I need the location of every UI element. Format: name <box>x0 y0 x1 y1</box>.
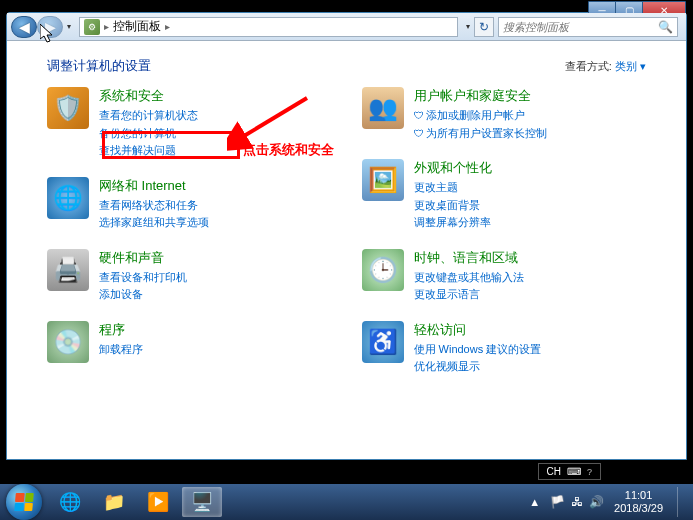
category-link[interactable]: 优化视频显示 <box>414 358 647 375</box>
clock-icon: 🕒 <box>362 249 404 291</box>
ease-icon: ♿ <box>362 321 404 363</box>
clock-time: 11:01 <box>614 489 663 502</box>
category-link[interactable]: 查看设备和打印机 <box>99 269 332 286</box>
nav-forward-button[interactable]: ▶ <box>37 16 63 38</box>
shield-icon: 🛡️ <box>47 87 89 129</box>
search-icon[interactable]: 🔍 <box>658 20 673 34</box>
windows-logo-icon <box>14 493 34 511</box>
category-title[interactable]: 时钟、语言和区域 <box>414 249 647 267</box>
search-input[interactable] <box>503 21 653 33</box>
history-dropdown[interactable]: ▾ <box>63 22 75 31</box>
category-link[interactable]: 查找并解决问题 <box>99 142 332 159</box>
category-appear: 🖼️外观和个性化更改主题更改桌面背景调整屏幕分辨率 <box>362 159 647 231</box>
language-bar[interactable]: CH ⌨ ? <box>538 463 601 480</box>
category-link[interactable]: 使用 Windows 建议的设置 <box>414 341 647 358</box>
category-title[interactable]: 轻松访问 <box>414 321 647 339</box>
breadcrumb-dropdown[interactable]: ▾ <box>462 22 474 31</box>
category-title[interactable]: 网络和 Internet <box>99 177 332 195</box>
category-link[interactable]: 备份您的计算机 <box>99 125 332 142</box>
help-icon[interactable]: ? <box>587 467 592 477</box>
breadcrumb-sep-icon: ▸ <box>104 21 109 32</box>
titlebar: ◀ ▶ ▾ ⚙ ▸ 控制面板 ▸ ▾ ↻ 🔍 <box>7 13 686 41</box>
category-link[interactable]: 卸载程序 <box>99 341 332 358</box>
searchbox[interactable]: 🔍 <box>498 17 678 37</box>
clock-date: 2018/3/29 <box>614 502 663 515</box>
taskbar-mediaplayer[interactable]: ▶️ <box>138 487 178 517</box>
view-dropdown[interactable]: 类别 ▾ <box>615 60 646 72</box>
page-title: 调整计算机的设置 <box>47 57 151 75</box>
category-link[interactable]: 更改键盘或其他输入法 <box>414 269 647 286</box>
category-link[interactable]: 更改显示语言 <box>414 286 647 303</box>
tray-expand[interactable]: ▲ <box>529 496 540 508</box>
taskbar-controlpanel[interactable]: 🖥️ <box>182 487 222 517</box>
view-label: 查看方式: <box>565 60 612 72</box>
appear-icon: 🖼️ <box>362 159 404 201</box>
clock[interactable]: 11:01 2018/3/29 <box>614 489 663 515</box>
taskbar-explorer[interactable]: 📁 <box>94 487 134 517</box>
content-area: 调整计算机的设置 查看方式: 类别 ▾ 🛡️系统和安全查看您的计算机状态备份您的… <box>7 41 686 459</box>
category-title[interactable]: 程序 <box>99 321 332 339</box>
lang-code: CH <box>547 466 561 477</box>
category-net: 🌐网络和 Internet查看网络状态和任务选择家庭组和共享选项 <box>47 177 332 231</box>
category-link[interactable]: 添加设备 <box>99 286 332 303</box>
refresh-button[interactable]: ↻ <box>474 17 494 37</box>
start-button[interactable] <box>6 484 42 520</box>
category-hw: 🖨️硬件和声音查看设备和打印机添加设备 <box>47 249 332 303</box>
category-title[interactable]: 用户帐户和家庭安全 <box>414 87 647 105</box>
taskbar-ie[interactable]: 🌐 <box>50 487 90 517</box>
keyboard-icon: ⌨ <box>567 466 581 477</box>
category-link[interactable]: 选择家庭组和共享选项 <box>99 214 332 231</box>
taskbar: 🌐 📁 ▶️ 🖥️ ▲ 🏳️ 🖧 🔊 11:01 2018/3/29 <box>0 484 693 520</box>
category-title[interactable]: 外观和个性化 <box>414 159 647 177</box>
category-link[interactable]: 更改主题 <box>414 179 647 196</box>
category-link[interactable]: 调整屏幕分辨率 <box>414 214 647 231</box>
show-desktop-button[interactable] <box>677 487 687 517</box>
breadcrumb-text[interactable]: 控制面板 <box>113 18 161 35</box>
category-link[interactable]: 查看您的计算机状态 <box>99 107 332 124</box>
volume-icon[interactable]: 🔊 <box>589 495 604 509</box>
category-title[interactable]: 系统和安全 <box>99 87 332 105</box>
category-user: 👥用户帐户和家庭安全添加或删除用户帐户为所有用户设置家长控制 <box>362 87 647 141</box>
net-icon: 🌐 <box>47 177 89 219</box>
prog-icon: 💿 <box>47 321 89 363</box>
nav-back-button[interactable]: ◀ <box>11 16 37 38</box>
category-ease: ♿轻松访问使用 Windows 建议的设置优化视频显示 <box>362 321 647 375</box>
category-title[interactable]: 硬件和声音 <box>99 249 332 267</box>
control-panel-icon: ⚙ <box>84 19 100 35</box>
user-icon: 👥 <box>362 87 404 129</box>
control-panel-window: ─ ▢ ✕ ◀ ▶ ▾ ⚙ ▸ 控制面板 ▸ ▾ ↻ 🔍 调整计算机的设置 查看… <box>6 12 687 460</box>
view-by: 查看方式: 类别 ▾ <box>565 59 646 74</box>
category-link[interactable]: 查看网络状态和任务 <box>99 197 332 214</box>
tray-icons: 🏳️ 🖧 🔊 <box>550 495 604 509</box>
breadcrumb[interactable]: ⚙ ▸ 控制面板 ▸ <box>79 17 458 37</box>
category-link[interactable]: 为所有用户设置家长控制 <box>414 125 647 142</box>
network-tray-icon[interactable]: 🖧 <box>571 495 583 509</box>
breadcrumb-sep-icon: ▸ <box>165 21 170 32</box>
flag-icon[interactable]: 🏳️ <box>550 495 565 509</box>
category-clock: 🕒时钟、语言和区域更改键盘或其他输入法更改显示语言 <box>362 249 647 303</box>
category-link[interactable]: 更改桌面背景 <box>414 197 647 214</box>
hw-icon: 🖨️ <box>47 249 89 291</box>
category-link[interactable]: 添加或删除用户帐户 <box>414 107 647 124</box>
category-shield: 🛡️系统和安全查看您的计算机状态备份您的计算机查找并解决问题 <box>47 87 332 159</box>
category-prog: 💿程序卸载程序 <box>47 321 332 363</box>
